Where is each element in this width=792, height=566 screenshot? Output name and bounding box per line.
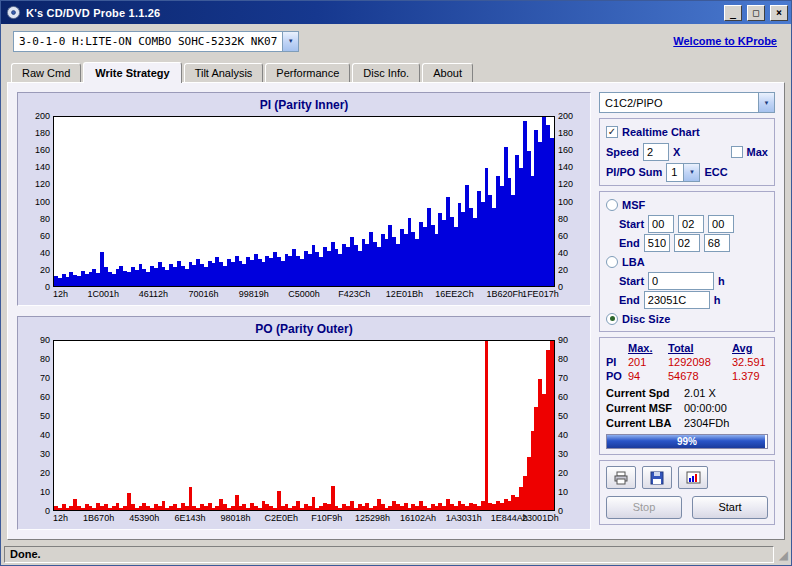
msf-start-frame-input[interactable] (708, 215, 734, 233)
chevron-down-icon: ▼ (764, 100, 770, 106)
close-button[interactable]: × (770, 5, 788, 21)
chevron-down-icon: ▼ (288, 38, 294, 44)
msf-label: MSF (622, 199, 645, 211)
pi-y-axis-left: 020406080100120140160180200 (26, 116, 53, 287)
current-msf-value: 00:00:00 (684, 402, 727, 414)
pipo-sum-value: 1 (667, 166, 683, 178)
tab-bar: Raw CmdWrite StrategyTilt AnalysisPerfor… (1, 58, 791, 82)
tab-about[interactable]: About (422, 63, 473, 82)
pi-y-axis-right: 020406080100120140160180200 (555, 116, 582, 287)
save-button[interactable] (642, 466, 672, 489)
disc-size-label: Disc Size (622, 313, 670, 325)
app-window: K's CD/DVD Probe 1.1.26 _ □ × 3-0-1-0 H:… (0, 0, 792, 566)
po-chart-plot (53, 340, 555, 511)
stats-header-max: Max. (628, 342, 668, 354)
pipo-sum-dropdown-button[interactable]: ▼ (683, 164, 699, 181)
current-msf-row: Current MSF 00:00:00 (606, 400, 768, 415)
tab-performance[interactable]: Performance (265, 63, 350, 82)
disc-size-radio[interactable] (606, 313, 618, 325)
realtime-chart-label: Realtime Chart (622, 126, 700, 138)
chart-bar (485, 341, 489, 510)
speed-input[interactable] (643, 143, 669, 161)
toolbar: 3-0-1-0 H:LITE-ON COMBO SOHC-5232K NK07 … (1, 24, 791, 58)
x-tick-label: 99819h (239, 289, 269, 299)
x-tick-label: 125298h (355, 513, 390, 523)
mode-selector-value: C1C2/PIPO (600, 97, 758, 109)
start-button[interactable]: Start (692, 496, 768, 519)
maximize-button[interactable]: □ (747, 5, 765, 21)
x-tick-label: 6E143h (174, 513, 205, 523)
stop-button[interactable]: Stop (606, 496, 682, 519)
x-tick-label: 12h (53, 513, 68, 523)
x-tick-label: 16102Ah (400, 513, 436, 523)
msf-end-sec-input[interactable] (674, 234, 700, 252)
printer-icon (613, 471, 629, 485)
speed-label: Speed (606, 146, 639, 158)
max-speed-checkbox[interactable] (731, 146, 743, 158)
status-bar: Done. ◢ (1, 544, 791, 565)
po-chart-body: 0102030405060708090 0102030405060708090 (26, 340, 582, 511)
range-group: MSF Start End LBA (599, 191, 775, 332)
msf-end-frame-input[interactable] (704, 234, 730, 252)
welcome-link[interactable]: Welcome to KProbe (673, 35, 777, 47)
ecc-label: ECC (704, 166, 727, 178)
run-button-row: Stop Start (606, 496, 768, 521)
app-icon (6, 5, 21, 20)
pipo-sum-selector[interactable]: 1 ▼ (666, 163, 700, 182)
pi-avg-value: 32.591 (732, 356, 768, 368)
minimize-button[interactable]: _ (724, 5, 742, 21)
chart-image-icon (686, 471, 701, 484)
po-max-value: 94 (628, 370, 668, 382)
lba-end-unit-label: h (714, 294, 721, 306)
resize-grip-icon[interactable]: ◢ (774, 549, 788, 561)
tab-tilt-analysis[interactable]: Tilt Analysis (184, 63, 264, 82)
tab-raw-cmd[interactable]: Raw Cmd (11, 63, 81, 82)
pi-chart-title: PI (Parity Inner) (26, 96, 582, 116)
chevron-down-icon: ▼ (689, 169, 695, 175)
save-chart-image-button[interactable] (678, 466, 708, 489)
sidebar: C1C2/PIPO ▼ Realtime Chart Speed X Max (599, 92, 775, 530)
tab-disc-info[interactable]: Disc Info. (352, 63, 420, 82)
tab-write-strategy[interactable]: Write Strategy (83, 62, 181, 83)
chart-bar (550, 341, 554, 510)
x-tick-label: 12E01Bh (386, 289, 423, 299)
drive-selector-dropdown-button[interactable]: ▼ (282, 32, 298, 51)
x-tick-label: 1B620Fh (487, 289, 524, 299)
chart-bar (550, 138, 554, 286)
msf-start-sec-input[interactable] (678, 215, 704, 233)
current-speed-row: Current Spd 2.01 X (606, 385, 768, 400)
print-button[interactable] (606, 466, 636, 489)
current-msf-label: Current MSF (606, 402, 684, 414)
realtime-chart-checkbox[interactable] (606, 126, 618, 138)
lba-radio[interactable] (606, 256, 618, 268)
lba-end-label: End (619, 294, 640, 306)
po-y-axis-left: 0102030405060708090 (26, 340, 53, 511)
msf-radio[interactable] (606, 199, 618, 211)
icon-button-row (606, 464, 768, 496)
mode-selector-dropdown-button[interactable]: ▼ (758, 93, 774, 112)
title-bar: K's CD/DVD Probe 1.1.26 _ □ × (1, 1, 791, 24)
current-speed-label: Current Spd (606, 387, 684, 399)
status-text: Done. (4, 546, 774, 563)
lba-end-input[interactable] (644, 291, 710, 309)
stats-table: Max. Total Avg PI 201 1292098 32.591 PO … (606, 341, 768, 385)
po-chart: PO (Parity Outer) 0102030405060708090 01… (17, 316, 591, 530)
speed-unit-label: X (673, 146, 680, 158)
msf-end-min-input[interactable] (644, 234, 670, 252)
current-lba-row: Current LBA 2304FDh (606, 415, 768, 430)
floppy-disk-icon (650, 471, 664, 485)
x-tick-label: 16EE2Ch (435, 289, 474, 299)
max-speed-label: Max (747, 146, 768, 158)
mode-selector[interactable]: C1C2/PIPO ▼ (599, 92, 775, 113)
pi-chart-body: 020406080100120140160180200 020406080100… (26, 116, 582, 287)
x-tick-label: C2E0Eh (264, 513, 298, 523)
x-tick-label: 70016h (189, 289, 219, 299)
msf-end-label: End (619, 237, 640, 249)
msf-start-min-input[interactable] (648, 215, 674, 233)
lba-start-input[interactable] (648, 272, 714, 290)
current-speed-value: 2.01 X (684, 387, 716, 399)
chart-options-group: Realtime Chart Speed X Max PI/PO Sum 1 ▼ (599, 118, 775, 186)
drive-selector[interactable]: 3-0-1-0 H:LITE-ON COMBO SOHC-5232K NK07 … (13, 31, 299, 52)
x-tick-label: 23001Dh (522, 513, 559, 523)
po-avg-value: 1.379 (732, 370, 768, 382)
